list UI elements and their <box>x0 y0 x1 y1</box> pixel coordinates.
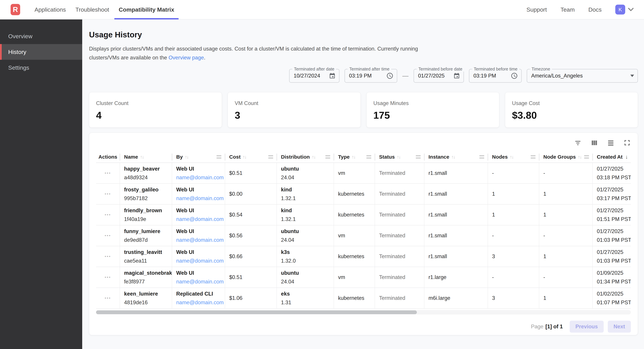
sort-icon: ↑↓ <box>352 154 355 160</box>
email-link[interactable]: name@domain.com <box>176 237 222 243</box>
terminated-after-date-field[interactable]: Terminated after date <box>289 69 340 83</box>
calendar-icon[interactable] <box>453 72 460 79</box>
cell-node-groups: 1 <box>539 288 593 308</box>
column-header-node-groups[interactable]: Node Groups↑↓ <box>539 151 593 163</box>
stat-card-usage-cost: Usage Cost $3.80 <box>505 92 638 128</box>
table-row: ••• funny_lumierede9ed87d Web UIname@dom… <box>96 225 631 246</box>
cell-node-groups: - <box>539 267 593 288</box>
sort-icon: ↑↓ <box>243 154 246 160</box>
column-header-by[interactable]: By↑↓ <box>172 151 225 163</box>
sort-icon: ↑↓ <box>185 154 188 160</box>
horizontal-scrollbar-thumb[interactable] <box>96 311 417 314</box>
page-title: Usage History <box>89 30 638 39</box>
row-actions-button[interactable]: ••• <box>96 288 120 308</box>
cell-cost: $0.54 <box>225 205 277 225</box>
column-header-created-at[interactable]: Created At↓ <box>593 151 631 163</box>
sidebar-item-settings[interactable]: Settings <box>0 60 82 75</box>
columns-icon[interactable] <box>590 139 598 146</box>
nav-link-support[interactable]: Support <box>526 6 547 13</box>
nav-tab-troubleshoot[interactable]: Troubleshoot <box>71 0 114 19</box>
column-header-name[interactable]: Name↑↓ <box>120 151 172 163</box>
terminated-before-date-input[interactable] <box>418 73 453 79</box>
column-menu-icon[interactable] <box>584 155 589 158</box>
cell-nodes: - <box>488 267 539 288</box>
column-menu-icon[interactable] <box>216 155 221 158</box>
nav-tab-applications[interactable]: Applications <box>30 0 70 19</box>
terminated-before-date-field[interactable]: Terminated before date <box>414 69 464 83</box>
clock-icon[interactable] <box>386 72 394 79</box>
table-header: Actions Name↑↓ By↑↓ Cost↑↓ Distribution↑… <box>96 151 631 163</box>
sort-icon: ↑↓ <box>140 154 144 160</box>
cell-created-at: 01/02/202501:07 PM PST <box>593 288 631 308</box>
cell-name: friendly_brown1f40a19e <box>120 205 172 225</box>
column-header-status[interactable]: Status↑↓ <box>375 151 424 163</box>
fullscreen-icon[interactable] <box>623 139 631 146</box>
previous-page-button[interactable]: Previous <box>570 321 604 333</box>
column-menu-icon[interactable] <box>366 155 371 158</box>
column-menu-icon[interactable] <box>531 155 536 158</box>
email-link[interactable]: name@domain.com <box>176 279 222 285</box>
row-actions-button[interactable]: ••• <box>96 205 120 225</box>
row-actions-button[interactable]: ••• <box>96 184 120 204</box>
cell-status: Terminated <box>375 184 424 204</box>
cell-instance: r1.small <box>424 225 488 246</box>
timezone-select[interactable]: Timezone America/Los_Angeles <box>527 69 638 83</box>
cell-node-groups: 1 <box>539 205 593 225</box>
nav-right: Support Team Docs K <box>526 4 634 14</box>
ellipsis-icon: ••• <box>104 296 111 301</box>
account-menu-button[interactable]: K <box>615 4 634 14</box>
column-menu-icon[interactable] <box>326 155 330 158</box>
column-header-nodes[interactable]: Nodes↑↓ <box>488 151 539 163</box>
sort-icon: ↑↓ <box>452 154 455 160</box>
row-actions-button[interactable]: ••• <box>96 163 120 183</box>
terminated-before-time-input[interactable] <box>474 73 511 79</box>
email-link[interactable]: name@domain.com <box>176 258 222 264</box>
ellipsis-icon: ••• <box>104 275 111 280</box>
column-menu-icon[interactable] <box>480 155 484 158</box>
calendar-icon[interactable] <box>329 72 336 79</box>
cell-by: Web UIname@domain.com <box>172 246 225 267</box>
nav-tab-compatibility-matrix[interactable]: Compatibility Matrix <box>114 0 179 19</box>
cell-nodes: 1 <box>488 184 539 204</box>
sidebar-item-history[interactable]: History <box>0 44 82 60</box>
overview-page-link[interactable]: Overview page <box>168 55 204 61</box>
email-link[interactable]: name@domain.com <box>176 216 222 222</box>
filter-icon[interactable] <box>574 139 582 146</box>
table-row: ••• keen_lumiere4819de16 Replicated CLIn… <box>96 288 631 309</box>
cell-cost: $0.66 <box>225 246 277 267</box>
cell-nodes: 1 <box>488 205 539 225</box>
app-logo[interactable]: R <box>10 4 20 15</box>
stat-card-usage-minutes: Usage Minutes 175 <box>366 92 499 128</box>
cell-type: kubernetes <box>334 288 375 308</box>
column-menu-icon[interactable] <box>268 155 273 158</box>
density-icon[interactable] <box>607 139 614 146</box>
column-header-type[interactable]: Type↑↓ <box>334 151 375 163</box>
logo-letter: R <box>13 5 18 14</box>
nav-link-team[interactable]: Team <box>560 6 574 13</box>
terminated-after-date-input[interactable] <box>294 73 329 79</box>
column-header-cost[interactable]: Cost↑↓ <box>225 151 277 163</box>
column-header-instance[interactable]: Instance↑↓ <box>424 151 488 163</box>
horizontal-scrollbar-track[interactable] <box>96 310 631 315</box>
email-link[interactable]: name@domain.com <box>176 174 222 181</box>
email-link[interactable]: name@domain.com <box>176 300 222 306</box>
cell-status: Terminated <box>375 205 424 225</box>
range-dash: — <box>402 72 408 79</box>
cell-created-at: 01/27/202501:03 PM PST <box>593 225 631 246</box>
terminated-after-time-field[interactable]: Terminated after time <box>344 69 397 83</box>
page-description: Displays prior clusters/VMs and their as… <box>89 44 428 62</box>
terminated-after-time-input[interactable] <box>349 73 386 79</box>
column-menu-icon[interactable] <box>416 155 420 158</box>
clock-icon[interactable] <box>511 72 518 79</box>
row-actions-button[interactable]: ••• <box>96 225 120 246</box>
dropdown-arrow-icon <box>630 75 634 77</box>
email-link[interactable]: name@domain.com <box>176 195 222 201</box>
nav-link-docs[interactable]: Docs <box>588 6 602 13</box>
column-header-distribution[interactable]: Distribution↑↓ <box>277 151 334 163</box>
row-actions-button[interactable]: ••• <box>96 246 120 267</box>
sidebar-item-overview[interactable]: Overview <box>0 28 82 44</box>
sidebar: Overview History Settings <box>0 19 82 349</box>
next-page-button[interactable]: Next <box>608 321 631 333</box>
terminated-before-time-field[interactable]: Terminated before time <box>469 69 522 83</box>
row-actions-button[interactable]: ••• <box>96 267 120 288</box>
